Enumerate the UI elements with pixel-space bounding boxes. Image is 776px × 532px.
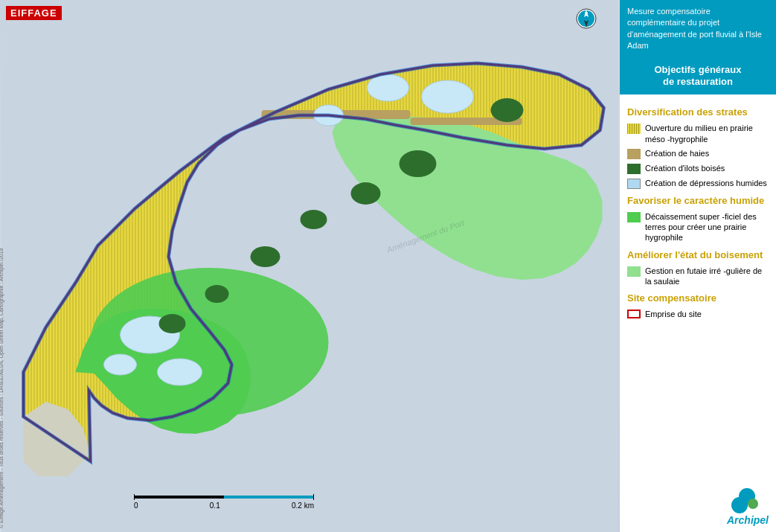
archipel-text: Archipel <box>727 514 769 526</box>
icon-prairie <box>627 124 641 134</box>
section-title-humide: Favoriser le caractère humide <box>627 195 769 208</box>
label-depressions: Création de dépressions humides <box>645 178 767 188</box>
icon-haies <box>627 149 641 159</box>
archipel-circles-icon <box>731 488 769 514</box>
legend-item-futaie: Gestion en futaie irré -gulière de la sa… <box>627 266 769 287</box>
svg-point-24 <box>351 182 381 205</box>
label-prairie: Ouverture du milieu en prairie méso -hyg… <box>645 123 769 144</box>
legend-body: Diversification des strates Ouverture du… <box>620 94 776 482</box>
section-title-compensatoire: Site compensatoire <box>627 292 769 305</box>
svg-point-27 <box>205 285 229 303</box>
icon-futaie <box>627 266 641 277</box>
north-arrow: N <box>575 7 597 30</box>
scale-bar: 0 0.1 0.2 km <box>134 494 314 510</box>
svg-point-23 <box>400 150 437 177</box>
watermark-text: © Eiffage Aménagement - Tous droits rése… <box>0 249 4 528</box>
label-emprise: Emprise du site <box>645 309 702 319</box>
scale-label-02: 0.2 km <box>292 501 314 510</box>
legend-title: Mesure compensatoire complémentaire du p… <box>627 7 762 50</box>
legend-item-depressions: Création de dépressions humides <box>627 178 769 189</box>
logo-text: EIFFAGE <box>6 6 62 20</box>
legend-item-haies: Création de haies <box>627 148 769 159</box>
icon-emprise <box>627 310 641 318</box>
svg-point-16 <box>422 80 474 113</box>
svg-point-22 <box>491 98 524 122</box>
legend-panel: Mesure compensatoire complémentaire du p… <box>620 0 776 532</box>
icon-decaissement <box>627 212 641 222</box>
label-decaissement: Décaissement super -ficiel des terres po… <box>645 211 769 243</box>
label-ilots: Création d'ilots boisés <box>645 163 725 173</box>
map-svg: Aménagement du Port <box>0 0 620 532</box>
svg-point-20 <box>158 359 202 385</box>
map-container: EIFFAGE N <box>0 0 620 532</box>
svg-point-21 <box>104 354 137 375</box>
svg-point-17 <box>368 74 409 101</box>
svg-point-26 <box>251 246 280 267</box>
section-title-boisement: Améliorer l'état du boisement <box>627 249 769 262</box>
objectives-label: Objectifs générauxde restauration <box>654 64 741 88</box>
legend-objectives-title: Objectifs générauxde restauration <box>620 58 776 95</box>
icon-depressions <box>627 179 641 189</box>
label-haies: Création de haies <box>645 148 709 158</box>
legend-header: Mesure compensatoire complémentaire du p… <box>620 0 776 58</box>
svg-point-25 <box>301 210 327 229</box>
legend-item-prairie: Ouverture du milieu en prairie méso -hyg… <box>627 123 769 144</box>
circle-green-small <box>748 499 758 509</box>
scale-label-01: 0.1 <box>210 501 220 510</box>
eiffage-logo: EIFFAGE <box>6 6 62 20</box>
legend-item-decaissement: Décaissement super -ficiel des terres po… <box>627 211 769 243</box>
label-futaie: Gestion en futaie irré -gulière de la sa… <box>645 266 769 287</box>
svg-point-28 <box>159 314 186 333</box>
archipel-brand: Archipel <box>727 488 769 526</box>
archipel-logo: Archipel <box>620 482 776 532</box>
scale-label-0: 0 <box>134 501 138 510</box>
circle-teal-2 <box>731 497 748 513</box>
section-title-diversification: Diversification des strates <box>627 106 769 119</box>
legend-item-ilots: Création d'ilots boisés <box>627 163 769 174</box>
legend-item-emprise: Emprise du site <box>627 309 769 319</box>
icon-ilots <box>627 164 641 174</box>
